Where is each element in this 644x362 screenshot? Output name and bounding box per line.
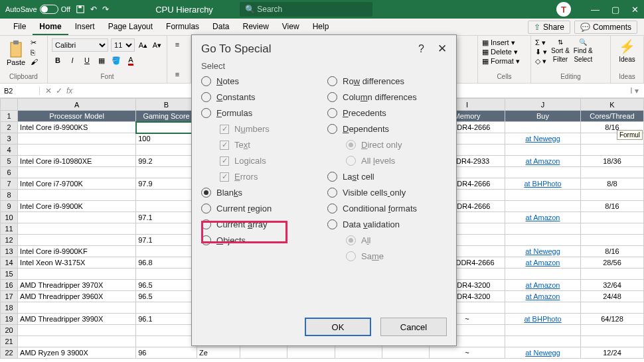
font-color-icon[interactable]: A xyxy=(125,54,137,66)
menu-tab-formulas[interactable]: Formulas xyxy=(159,19,206,35)
undo-icon[interactable]: ↶ xyxy=(90,5,97,14)
cell[interactable]: 96 xyxy=(136,347,197,359)
autosave-toggle[interactable]: AutoSave Off xyxy=(5,5,70,14)
redo-icon[interactable]: ↷ xyxy=(102,5,109,14)
share-button[interactable]: ⇪ Share xyxy=(528,21,570,34)
cell[interactable] xyxy=(580,167,643,178)
row-header[interactable]: 13 xyxy=(1,246,18,257)
menu-tab-page-layout[interactable]: Page Layout xyxy=(102,19,159,35)
row-header[interactable]: 5 xyxy=(1,156,18,167)
cell[interactable]: 97.1 xyxy=(136,235,197,246)
cell[interactable] xyxy=(505,122,581,133)
cell[interactable]: at Newegg xyxy=(505,246,581,257)
cell[interactable]: 96.5 xyxy=(136,280,197,291)
cell[interactable]: 97.1 xyxy=(136,212,197,223)
row-header[interactable]: 19 xyxy=(1,314,18,325)
copy-icon[interactable]: ⎘ xyxy=(31,48,38,56)
cell[interactable] xyxy=(505,167,581,178)
search-box[interactable]: 🔍 Search xyxy=(240,2,372,17)
row-header[interactable]: 1 xyxy=(1,111,18,122)
format-painter-icon[interactable]: 🖌 xyxy=(31,58,38,66)
cell[interactable] xyxy=(18,133,136,145)
cell[interactable]: 28/56 xyxy=(580,257,643,269)
minimize-icon[interactable]: — xyxy=(591,5,600,15)
cell[interactable] xyxy=(580,223,643,235)
option-current-array[interactable]: Current array xyxy=(201,219,321,229)
cell[interactable]: at BHPhoto xyxy=(505,178,581,190)
table-header-cell[interactable]: Buy xyxy=(505,111,581,122)
cell[interactable]: Intel Core i9-9900K xyxy=(18,201,136,212)
option-errors[interactable]: ✓Errors xyxy=(201,172,321,182)
cancel-button[interactable]: Cancel xyxy=(380,318,447,336)
format-cells-button[interactable]: ▦ Format ▾ xyxy=(482,57,520,66)
cell[interactable] xyxy=(136,122,197,133)
name-box[interactable]: B2 xyxy=(0,87,40,95)
underline-icon[interactable]: U xyxy=(81,54,93,66)
cell[interactable]: 24/48 xyxy=(580,291,643,302)
row-header[interactable]: 11 xyxy=(1,223,18,235)
cell[interactable]: AMD Threadripper 3970X xyxy=(18,280,136,291)
cell[interactable]: Intel Core i9-10980XE xyxy=(18,156,136,167)
close-icon[interactable]: ✕ xyxy=(631,5,639,15)
cell[interactable]: 8/16 xyxy=(580,246,643,257)
option-row-differences[interactable]: Row differences xyxy=(327,76,447,86)
row-header[interactable]: 14 xyxy=(1,257,18,269)
cell[interactable] xyxy=(18,302,136,314)
cell[interactable]: at Amazon xyxy=(505,280,581,291)
border-icon[interactable]: ▦ xyxy=(96,54,108,66)
menu-tab-view[interactable]: View xyxy=(276,19,306,35)
menu-tab-file[interactable]: File xyxy=(7,19,33,35)
menu-tab-review[interactable]: Review xyxy=(236,19,275,35)
paste-button[interactable]: Paste xyxy=(4,38,28,68)
ideas-button[interactable]: ⚡ Ideas xyxy=(615,38,639,63)
row-header[interactable]: 10 xyxy=(1,212,18,223)
delete-cells-button[interactable]: ▦ Delete ▾ xyxy=(482,48,518,56)
row-header[interactable]: 17 xyxy=(1,291,18,302)
cell[interactable]: Ze xyxy=(197,347,240,359)
font-name-select[interactable]: Calibri xyxy=(52,38,108,52)
menu-tab-help[interactable]: Help xyxy=(306,19,336,35)
cell[interactable] xyxy=(580,325,643,336)
cell[interactable]: at Newegg xyxy=(505,133,581,145)
clear-icon[interactable]: ◇ ▾ xyxy=(535,57,547,66)
cell[interactable] xyxy=(18,145,136,156)
row-header[interactable]: 15 xyxy=(1,269,18,280)
cell[interactable]: AMD Ryzen 9 3900X xyxy=(18,347,136,359)
cell[interactable] xyxy=(136,167,197,178)
table-header-cell[interactable]: Gaming Score xyxy=(136,111,197,122)
cell[interactable] xyxy=(18,223,136,235)
cell[interactable] xyxy=(240,347,287,359)
fill-icon[interactable]: ⬇ ▾ xyxy=(535,48,547,56)
cell[interactable] xyxy=(136,190,197,201)
option-constants[interactable]: Constants xyxy=(201,92,321,102)
cell[interactable] xyxy=(505,145,581,156)
fx-icon[interactable]: fx xyxy=(66,86,72,95)
cell[interactable] xyxy=(18,325,136,336)
cell[interactable] xyxy=(18,212,136,223)
row-header[interactable]: 3 xyxy=(1,133,18,145)
cell[interactable] xyxy=(136,325,197,336)
cell[interactable]: AMD Threadripper 3960X xyxy=(18,291,136,302)
autosum-icon[interactable]: Σ ▾ xyxy=(535,38,547,47)
menu-tab-home[interactable]: Home xyxy=(33,19,68,35)
cell[interactable]: at BHPhoto xyxy=(505,314,581,325)
insert-cells-button[interactable]: ▦ Insert ▾ xyxy=(482,38,515,47)
toggle-switch-icon[interactable] xyxy=(40,5,58,14)
align-left-icon[interactable]: ≡ xyxy=(171,38,183,50)
help-icon[interactable]: ? xyxy=(418,43,424,55)
cell[interactable] xyxy=(136,302,197,314)
option-logicals[interactable]: ✓Logicals xyxy=(201,156,321,166)
cell[interactable]: 100 xyxy=(136,133,197,145)
cell[interactable] xyxy=(505,302,581,314)
option-objects[interactable]: Objects xyxy=(201,235,321,245)
cell[interactable]: 96.8 xyxy=(136,257,197,269)
cell[interactable] xyxy=(505,190,581,201)
cell[interactable]: at Amazon xyxy=(505,291,581,302)
cell[interactable] xyxy=(580,269,643,280)
row-header[interactable]: 6 xyxy=(1,167,18,178)
row-header[interactable]: 8 xyxy=(1,190,18,201)
row-header[interactable]: 18 xyxy=(1,302,18,314)
cell[interactable]: 12/24 xyxy=(580,347,643,359)
cell[interactable]: at Amazon xyxy=(505,156,581,167)
cell[interactable] xyxy=(136,336,197,347)
